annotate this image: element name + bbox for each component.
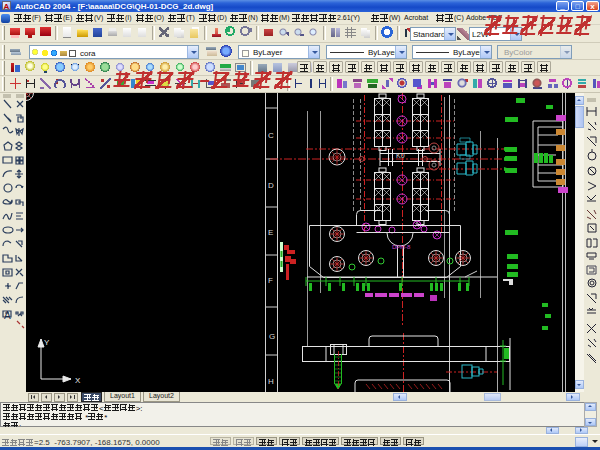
svg-text:E: E [268,228,273,237]
svg-text:A: A [4,310,11,321]
svg-text:K0: K0 [396,152,405,159]
svg-text:G: G [269,332,275,341]
svg-text:X: X [75,376,81,385]
svg-text:H: H [268,377,274,386]
svg-text:F: F [268,276,273,285]
svg-text:Y: Y [44,338,50,347]
svg-text:D: D [268,181,274,190]
svg-text:C: C [268,131,274,140]
svg-text:DFM-8: DFM-8 [392,244,411,250]
